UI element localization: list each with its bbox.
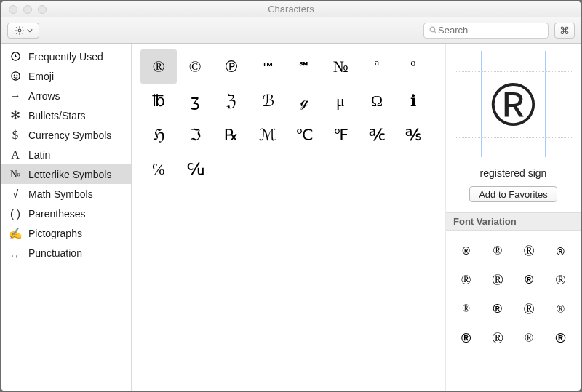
char-cell[interactable]: º	[395, 49, 431, 84]
window-title: Characters	[1, 4, 581, 15]
char-cell[interactable]: ʒ	[177, 84, 213, 118]
sidebar-item-label: Frequently Used	[28, 51, 103, 63]
toolbar: ⌘	[1, 17, 581, 44]
character-grid: ®©℗™℠№ªº℔ʒℨℬℊμΩℹℌℑ℞ℳ℃℉℀℁℅℆	[140, 49, 442, 186]
search-icon	[428, 25, 438, 35]
font-variation-cell[interactable]: ®	[525, 273, 533, 287]
svg-line-2	[434, 31, 436, 33]
char-cell[interactable]: ℳ	[250, 118, 286, 152]
char-cell[interactable]: ℊ	[286, 84, 322, 118]
sidebar-item-emoji[interactable]: Emoji	[1, 66, 131, 86]
sidebar-item-label: Currency Symbols	[28, 129, 111, 141]
font-variation-cell[interactable]: ®	[557, 303, 565, 316]
sidebar-item-label: Math Symbols	[28, 188, 93, 200]
toggle-view-button[interactable]: ⌘	[554, 23, 575, 39]
font-variation-header: Font Variation	[446, 212, 581, 231]
svg-point-6	[17, 75, 17, 76]
sidebar-item-label: Parentheses	[28, 208, 86, 220]
font-variation-cell[interactable]: ®	[462, 303, 470, 315]
character-grid-area: ®©℗™℠№ªº℔ʒℨℬℊμΩℹℌℑ℞ℳ℃℉℀℁℅℆	[132, 44, 445, 391]
pen-icon: ✍	[9, 227, 22, 240]
font-variation-cell[interactable]: ®	[524, 301, 535, 318]
sqrt-icon: √	[9, 188, 22, 200]
search-field[interactable]	[423, 23, 549, 39]
character-name: registered sign	[446, 164, 581, 186]
font-variation-cell[interactable]: ®	[557, 245, 565, 257]
char-cell[interactable]: Ω	[359, 84, 395, 118]
char-cell[interactable]: ª	[359, 49, 395, 84]
gear-icon	[15, 25, 25, 36]
svg-point-0	[18, 29, 21, 32]
glyph-large: ®	[491, 73, 536, 135]
font-variation-cell[interactable]: ®	[461, 273, 471, 288]
keyboard-icon: ⌘	[559, 25, 570, 36]
char-cell[interactable]: ℠	[286, 49, 322, 84]
char-cell[interactable]: ℌ	[140, 118, 177, 152]
sidebar-item-pictographs[interactable]: ✍Pictographs	[1, 223, 131, 243]
font-variation-cell[interactable]: ®	[462, 245, 469, 257]
char-cell[interactable]: №	[322, 49, 359, 84]
char-cell[interactable]: ℨ	[213, 84, 250, 118]
font-variation-cell[interactable]: ®	[493, 302, 503, 316]
sidebar-item-punctuation[interactable]: .,Punctuation	[1, 243, 131, 263]
sidebar-item-label: Bullets/Stars	[28, 110, 86, 121]
char-cell[interactable]: ©	[177, 49, 213, 84]
font-variation-cell[interactable]: ®	[493, 244, 502, 258]
font-variation-cell[interactable]: ®	[555, 330, 565, 346]
clock-icon	[9, 51, 22, 62]
sidebar-item-label: Pictographs	[28, 228, 82, 239]
font-variation-cell[interactable]: ®	[524, 243, 535, 260]
sidebar-item-label: Punctuation	[28, 247, 82, 259]
char-cell[interactable]: ℁	[395, 118, 431, 152]
font-variation-cell[interactable]: ®	[525, 332, 533, 345]
sidebar-item-frequently-used[interactable]: Frequently Used	[1, 47, 131, 66]
char-cell[interactable]: ℔	[140, 84, 177, 118]
svg-point-1	[430, 27, 435, 32]
arrow-icon: →	[9, 89, 22, 103]
detail-panel: ® registered sign Add to Favorites Font …	[445, 44, 581, 391]
titlebar: Characters	[1, 1, 581, 17]
numero-icon: №	[9, 168, 22, 180]
latinA-icon: A	[9, 148, 22, 161]
smile-icon	[9, 71, 22, 81]
add-to-favorites-button[interactable]: Add to Favorites	[469, 186, 557, 202]
sidebar-item-math-symbols[interactable]: √Math Symbols	[1, 184, 131, 204]
sidebar-item-bullets-stars[interactable]: ✻Bullets/Stars	[1, 105, 131, 125]
char-cell[interactable]: ℀	[359, 118, 395, 152]
sidebar-item-letterlike-symbols[interactable]: №Letterlike Symbols	[1, 164, 131, 184]
char-cell[interactable]: ℆	[177, 152, 213, 186]
svg-point-5	[14, 75, 15, 76]
font-variation-cell[interactable]: ®	[492, 271, 503, 289]
sidebar-item-label: Letterlike Symbols	[28, 169, 111, 180]
action-menu-button[interactable]	[7, 23, 39, 39]
char-cell[interactable]: ℃	[286, 118, 322, 152]
sidebar-item-latin[interactable]: ALatin	[1, 145, 131, 164]
char-cell[interactable]: ℅	[140, 152, 177, 186]
char-cell[interactable]: ™	[250, 49, 286, 84]
char-cell[interactable]: ℗	[213, 49, 250, 84]
char-cell[interactable]: ℉	[322, 118, 359, 152]
char-cell[interactable]: ®	[140, 49, 177, 84]
parens-icon: ( )	[9, 207, 22, 220]
dollar-icon: $	[9, 128, 22, 143]
char-cell[interactable]: ℬ	[250, 84, 286, 118]
search-input[interactable]	[438, 25, 560, 36]
sidebar-item-label: Latin	[28, 149, 50, 161]
sidebar-item-label: Arrows	[28, 90, 60, 102]
characters-window: Characters ⌘ Frequently UsedEmoji→Arrows…	[0, 0, 582, 392]
sidebar-item-currency-symbols[interactable]: $Currency Symbols	[1, 125, 131, 145]
sidebar-item-parentheses[interactable]: ( )Parentheses	[1, 204, 131, 223]
sidebar-item-arrows[interactable]: →Arrows	[1, 86, 131, 105]
char-cell[interactable]: μ	[322, 84, 359, 118]
asterisk-icon: ✻	[9, 108, 22, 123]
char-cell[interactable]: ℞	[213, 118, 250, 152]
char-cell[interactable]: ℹ	[395, 84, 431, 118]
font-variation-grid: ®®®®®®®®®®®®®®®®	[446, 231, 581, 391]
sidebar-item-label: Emoji	[28, 71, 54, 82]
char-cell[interactable]: ℑ	[177, 118, 213, 152]
font-variation-cell[interactable]: ®	[555, 272, 565, 288]
category-sidebar: Frequently UsedEmoji→Arrows✻Bullets/Star…	[1, 44, 132, 391]
font-variation-cell[interactable]: ®	[461, 331, 471, 346]
punct-icon: .,	[9, 247, 22, 260]
font-variation-cell[interactable]: ®	[492, 329, 503, 348]
